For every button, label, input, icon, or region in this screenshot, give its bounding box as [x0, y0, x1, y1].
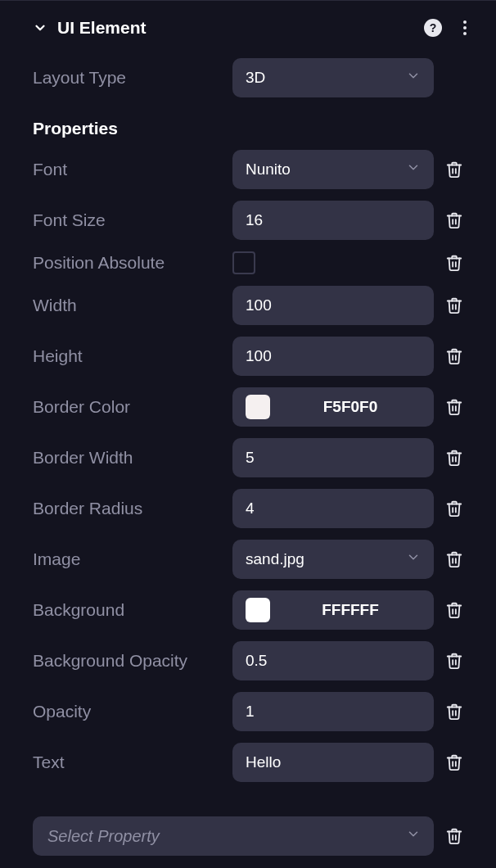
image-value: sand.jpg	[246, 550, 304, 568]
position-absolute-checkbox[interactable]	[232, 251, 255, 274]
height-value: 100	[246, 347, 272, 365]
panel-header: UI Element ?	[0, 1, 496, 47]
layout-type-select[interactable]: 3D	[232, 58, 434, 97]
image-row: Image sand.jpg	[33, 540, 463, 579]
height-input[interactable]: 100	[232, 337, 434, 376]
layout-type-value: 3D	[246, 69, 265, 87]
trash-icon[interactable]	[445, 702, 463, 721]
select-property-row: Select Property	[33, 816, 463, 856]
image-label: Image	[33, 549, 221, 569]
help-icon[interactable]: ?	[424, 19, 442, 37]
background-opacity-input[interactable]: 0.5	[232, 641, 434, 680]
border-radius-value: 4	[246, 500, 255, 518]
font-row: Font Nunito	[33, 150, 463, 189]
trash-icon[interactable]	[445, 346, 463, 366]
width-input[interactable]: 100	[232, 286, 434, 325]
font-value: Nunito	[246, 160, 291, 179]
layout-type-row: Layout Type 3D	[33, 58, 463, 97]
trash-icon[interactable]	[445, 253, 463, 273]
trash-icon[interactable]	[445, 397, 463, 417]
panel-content: Layout Type 3D Properties Font Nunito	[0, 58, 496, 868]
border-width-row: Border Width 5	[33, 438, 463, 477]
font-label: Font	[33, 160, 221, 179]
text-input[interactable]: Hello	[232, 743, 434, 782]
text-row: Text Hello	[33, 743, 463, 782]
properties-panel: UI Element ? Layout Type 3D Properties F…	[0, 0, 496, 868]
background-opacity-label: Background Opacity	[33, 651, 221, 671]
border-radius-row: Border Radius 4	[33, 489, 463, 528]
trash-icon[interactable]	[445, 600, 463, 620]
opacity-label: Opacity	[33, 702, 221, 721]
trash-icon[interactable]	[445, 826, 463, 846]
border-color-input[interactable]: F5F0F0	[232, 387, 434, 427]
height-row: Height 100	[33, 337, 463, 376]
position-absolute-row: Position Absolute	[33, 251, 463, 274]
border-width-input[interactable]: 5	[232, 438, 434, 477]
select-property-placeholder: Select Property	[47, 827, 160, 846]
background-value: FFFFFF	[280, 601, 421, 619]
border-color-row: Border Color F5F0F0	[33, 387, 463, 427]
border-color-swatch[interactable]	[246, 395, 270, 419]
font-size-row: Font Size 16	[33, 201, 463, 240]
trash-icon[interactable]	[445, 549, 463, 569]
border-radius-input[interactable]: 4	[232, 489, 434, 528]
trash-icon[interactable]	[445, 499, 463, 518]
chevron-down-icon	[406, 550, 421, 569]
trash-icon[interactable]	[445, 296, 463, 315]
font-select[interactable]: Nunito	[232, 150, 434, 189]
trash-icon[interactable]	[445, 210, 463, 230]
panel-title: UI Element	[57, 18, 414, 38]
background-opacity-value: 0.5	[246, 652, 267, 670]
trash-icon[interactable]	[445, 651, 463, 671]
width-label: Width	[33, 296, 221, 315]
chevron-down-icon	[406, 69, 421, 88]
background-opacity-row: Background Opacity 0.5	[33, 641, 463, 680]
width-value: 100	[246, 296, 272, 314]
trash-icon[interactable]	[445, 448, 463, 468]
trash-icon[interactable]	[445, 160, 463, 179]
border-width-label: Border Width	[33, 448, 221, 468]
border-width-value: 5	[246, 449, 255, 467]
collapse-toggle[interactable]	[33, 20, 47, 35]
width-row: Width 100	[33, 286, 463, 325]
layout-type-label: Layout Type	[33, 68, 221, 88]
background-label: Background	[33, 600, 221, 620]
background-row: Background FFFFFF	[33, 590, 463, 630]
font-size-value: 16	[246, 211, 263, 229]
properties-section-title: Properties	[33, 119, 463, 138]
trash-icon[interactable]	[445, 753, 463, 772]
select-property-dropdown[interactable]: Select Property	[33, 816, 434, 856]
more-menu-icon[interactable]	[460, 17, 470, 38]
opacity-value: 1	[246, 703, 255, 721]
text-label: Text	[33, 753, 221, 772]
background-swatch[interactable]	[246, 598, 270, 622]
text-value: Hello	[246, 753, 281, 771]
border-color-label: Border Color	[33, 397, 221, 417]
font-size-label: Font Size	[33, 210, 221, 230]
font-size-input[interactable]: 16	[232, 201, 434, 240]
chevron-down-icon	[406, 827, 421, 846]
opacity-input[interactable]: 1	[232, 692, 434, 731]
border-radius-label: Border Radius	[33, 499, 221, 518]
background-input[interactable]: FFFFFF	[232, 590, 434, 630]
chevron-down-icon	[406, 160, 421, 179]
opacity-row: Opacity 1	[33, 692, 463, 731]
position-absolute-label: Position Absolute	[33, 253, 221, 273]
height-label: Height	[33, 346, 221, 366]
border-color-value: F5F0F0	[280, 398, 421, 416]
image-select[interactable]: sand.jpg	[232, 540, 434, 579]
